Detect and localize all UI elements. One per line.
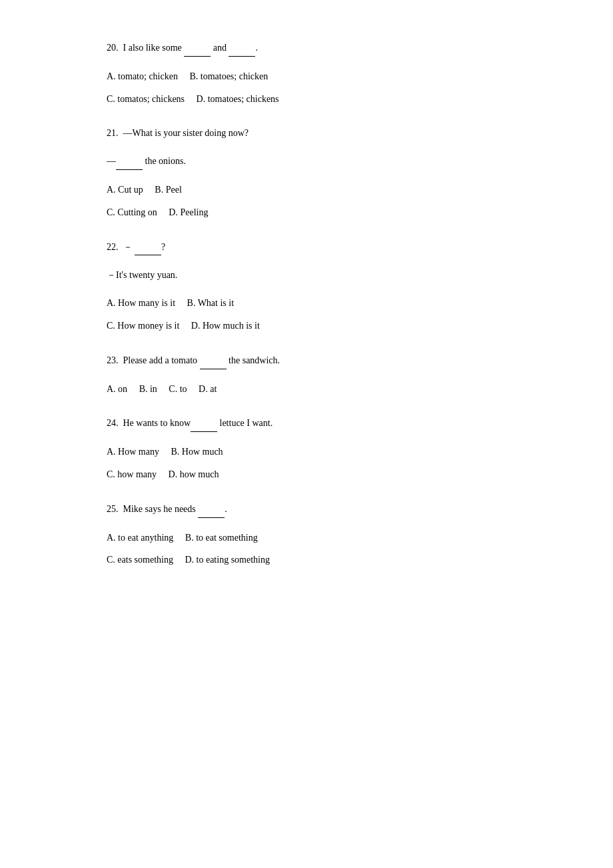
- question-22: 22. － ? －It's twenty yuan. A. How many i…: [107, 239, 506, 334]
- q22-text1: 22. － ?: [107, 239, 506, 256]
- question-21: 21. —What is your sister doing now? — th…: [107, 125, 506, 220]
- q24-optA: A. How many: [107, 447, 159, 457]
- q22-options-row1: A. How many is it B. What is it: [107, 295, 506, 311]
- q23-text: 23. Please add a tomato the sandwich.: [107, 353, 506, 369]
- q21-optA: A. Cut up: [107, 185, 143, 195]
- q25-options-row1: A. to eat anything B. to eat something: [107, 530, 506, 546]
- q25-optC: C. eats something: [107, 555, 173, 565]
- q20-options-row1: A. tomato; chicken B. tomatoes; chicken: [107, 69, 506, 85]
- q20-options-row2: C. tomatos; chickens D. tomatoes; chicke…: [107, 91, 506, 107]
- q20-optD: D. tomatoes; chickens: [197, 94, 279, 104]
- q22-optA: A. How many is it: [107, 298, 175, 308]
- blank-24: [191, 415, 217, 432]
- question-25: 25. Mike says he needs . A. to eat anyth…: [107, 501, 506, 568]
- q21-optC: C. Cutting on: [107, 207, 157, 217]
- q25-options-row2: C. eats something D. to eating something: [107, 552, 506, 568]
- q21-options-row2: C. Cutting on D. Peeling: [107, 205, 506, 221]
- q24-optD: D. how much: [169, 469, 219, 479]
- q24-options-row2: C. how many D. how much: [107, 467, 506, 483]
- q21-text1: 21. —What is your sister doing now?: [107, 125, 506, 141]
- q21-options-row1: A. Cut up B. Peel: [107, 182, 506, 198]
- q25-text: 25. Mike says he needs .: [107, 501, 506, 518]
- blank-20-1: [184, 40, 211, 57]
- blank-22: [135, 239, 161, 256]
- q24-options-row1: A. How many B. How much: [107, 444, 506, 460]
- blank-25: [198, 501, 225, 518]
- q23-optB: B. in: [139, 384, 157, 394]
- q25-optB: B. to eat something: [185, 533, 258, 543]
- q22-text2: －It's twenty yuan.: [107, 267, 506, 283]
- q22-optB: B. What is it: [187, 298, 235, 308]
- q24-optB: B. How much: [171, 447, 223, 457]
- blank-21: [116, 153, 143, 170]
- q23-optA: A. on: [107, 384, 127, 394]
- q20-optC: C. tomatos; chickens: [107, 94, 185, 104]
- q23-options-row1: A. on B. in C. to D. at: [107, 381, 506, 397]
- q25-optA: A. to eat anything: [107, 533, 173, 543]
- q20-optB: B. tomatoes; chicken: [189, 71, 268, 81]
- q24-optC: C. how many: [107, 469, 157, 479]
- q25-optD: D. to eating something: [185, 555, 270, 565]
- q22-optC: C. How money is it: [107, 321, 179, 331]
- q20-optA: A. tomato; chicken: [107, 71, 178, 81]
- blank-23: [200, 353, 227, 369]
- question-23: 23. Please add a tomato the sandwich. A.…: [107, 353, 506, 397]
- q23-optC: C. to: [169, 384, 187, 394]
- blank-20-2: [229, 40, 255, 57]
- q21-text2: — the onions.: [107, 153, 506, 170]
- q23-optD: D. at: [199, 384, 217, 394]
- q22-options-row2: C. How money is it D. How much is it: [107, 318, 506, 334]
- q24-text: 24. He wants to know lettuce I want.: [107, 415, 506, 432]
- q21-optB: B. Peel: [155, 185, 181, 195]
- question-24: 24. He wants to know lettuce I want. A. …: [107, 415, 506, 482]
- q20-text: 20. I also like some and .: [107, 40, 506, 57]
- q21-optD: D. Peeling: [169, 207, 208, 217]
- question-20: 20. I also like some and . A. tomato; ch…: [107, 40, 506, 107]
- q22-optD: D. How much is it: [191, 321, 260, 331]
